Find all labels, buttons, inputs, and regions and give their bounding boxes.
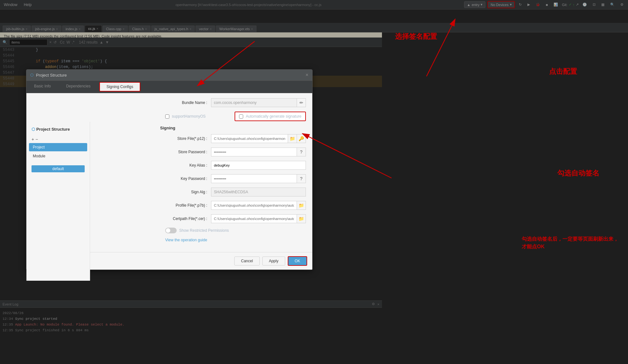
toggle-knob	[166, 228, 170, 233]
tab-dependencies[interactable]: Dependencies	[59, 81, 98, 93]
bundle-name-label: Bundle Name :	[160, 100, 211, 105]
key-password-help-btn[interactable]: ?	[297, 174, 306, 183]
profile-file-input-wrapper: 📁	[211, 201, 306, 210]
store-file-input[interactable]	[211, 134, 288, 143]
bundle-name-input[interactable]	[211, 98, 297, 107]
dialog-tabs: Basic Info Dependencies Signing Configs	[26, 81, 312, 93]
tab-basic-info[interactable]: Basic Info	[26, 81, 59, 93]
restricted-row: Show Restricted Permissions	[165, 228, 306, 233]
auto-sign-label: Automatically generate signature	[246, 114, 301, 119]
panel-default-item[interactable]: default	[32, 165, 85, 172]
certpath-input-wrapper: 📁	[211, 214, 306, 223]
key-password-input-wrapper: ?	[211, 174, 306, 183]
key-password-row: Key Password : ?	[160, 174, 306, 183]
store-file-fingerprint-btn[interactable]: 🔑	[297, 134, 306, 143]
profile-file-label: Profile File(*.p7b) :	[160, 203, 211, 208]
key-alias-label: Key Alias :	[160, 163, 211, 168]
store-file-input-wrapper: 📁 🔑	[211, 134, 306, 143]
panel-remove-btn[interactable]: −	[35, 137, 38, 142]
key-alias-input[interactable]	[211, 161, 306, 170]
dialog-close-button[interactable]: ×	[306, 72, 308, 78]
restricted-toggle[interactable]	[165, 228, 177, 233]
operation-guide-link[interactable]: View the operation guide	[165, 238, 207, 242]
store-password-input[interactable]	[211, 148, 297, 156]
panel-toolbar: + −	[29, 135, 87, 143]
panel-item-module[interactable]: Module	[29, 152, 87, 160]
profile-file-row: Profile File(*.p7b) : 📁	[160, 201, 306, 210]
support-row: supportHarmonyOS Automatically generate …	[165, 112, 306, 121]
bundle-name-edit-btn[interactable]: ✏	[297, 98, 306, 107]
apply-button[interactable]: Apply	[262, 257, 285, 265]
bundle-name-row: Bundle Name : ✏	[160, 98, 306, 107]
auto-sign-checkbox[interactable]	[239, 114, 243, 119]
sign-alg-input[interactable]	[211, 188, 306, 196]
support-harmony-checkbox[interactable]	[165, 114, 169, 119]
profile-file-browse-btn[interactable]: 📁	[297, 201, 306, 210]
dialog-icon: ⬡	[30, 73, 33, 77]
store-file-browse-btn[interactable]: 📁	[288, 134, 297, 143]
project-structure-dialog: ⬡ Project Structure × Basic Info Depende…	[26, 69, 313, 270]
profile-file-input[interactable]	[211, 201, 297, 210]
dialog-title: Project Structure	[36, 73, 303, 78]
store-password-row: Store Password : ?	[160, 148, 306, 156]
ok-button[interactable]: OK	[288, 256, 307, 266]
panel-header: ⬡ Project Structure	[29, 126, 87, 133]
panel-icon: ⬡	[32, 127, 35, 132]
signing-section-header: Signing	[160, 126, 306, 130]
certpath-input[interactable]	[211, 214, 297, 223]
certpath-row: Certpath File(*.cer) : 📁	[160, 214, 306, 223]
cancel-button[interactable]: Cancel	[234, 257, 259, 265]
bundle-name-input-wrapper: ✏	[211, 98, 306, 107]
store-file-label: Store File(*.p12) :	[160, 136, 211, 141]
store-password-input-wrapper: ?	[211, 148, 306, 156]
tab-signing-configs[interactable]: Signing Configs	[99, 82, 140, 92]
sign-alg-row: Sign Alg :	[160, 188, 306, 196]
support-harmony-label: supportHarmonyOS	[172, 114, 206, 119]
dialog-main-content: Bundle Name : ✏ supportHarmonyOS Automat…	[154, 93, 312, 252]
key-password-label: Key Password :	[160, 176, 211, 181]
sign-alg-label: Sign Alg :	[160, 190, 211, 194]
panel-item-project[interactable]: Project	[29, 143, 87, 151]
dialog-header: ⬡ Project Structure ×	[26, 70, 312, 81]
certpath-label: Certpath File(*.cer) :	[160, 216, 211, 221]
certpath-browse-btn[interactable]: 📁	[297, 214, 306, 223]
key-alias-row: Key Alias :	[160, 161, 306, 170]
dialog-left-panel: ⬡ Project Structure + − Project Module d…	[26, 122, 90, 281]
auto-sign-box: Automatically generate signature	[235, 112, 306, 121]
restricted-label: Show Restricted Permissions	[179, 228, 229, 233]
store-password-help-btn[interactable]: ?	[297, 148, 306, 156]
panel-add-btn[interactable]: +	[32, 137, 34, 142]
key-password-input[interactable]	[211, 174, 297, 183]
panel-title: Project Structure	[36, 127, 70, 132]
store-password-label: Store Password :	[160, 150, 211, 154]
store-file-row: Store File(*.p12) : 📁 🔑	[160, 134, 306, 143]
operation-guide-row: View the operation guide	[165, 238, 306, 242]
